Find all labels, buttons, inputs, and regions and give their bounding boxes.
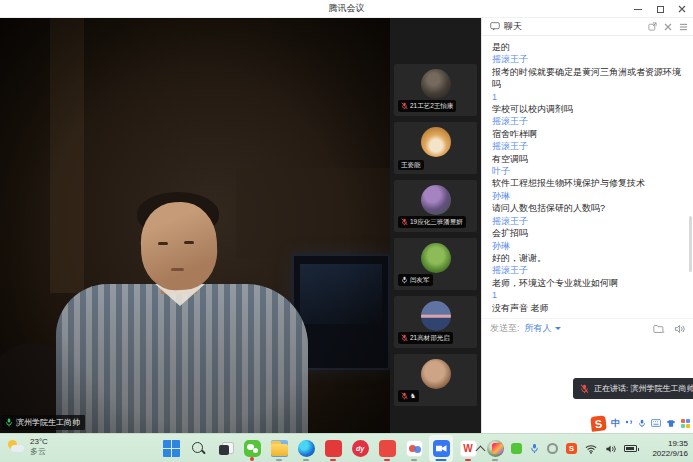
system-tray: S — [477, 434, 637, 462]
chat-sender: 1 — [492, 91, 683, 103]
participant-name: 王姿能 — [401, 162, 421, 169]
chat-sender: 摇滚王子 — [492, 115, 683, 127]
tray-wechat-icon[interactable] — [511, 443, 522, 454]
taskbar-app-wechat[interactable] — [240, 435, 264, 462]
app-icon — [244, 440, 261, 457]
chat-text: 会扩招吗 — [492, 227, 683, 239]
chat-sender: 孙琳 — [492, 190, 683, 202]
tray-expand-icon[interactable] — [477, 445, 484, 452]
weather-condition: 多云 — [30, 447, 48, 457]
participant-tile[interactable]: ♞ — [394, 354, 477, 406]
taskbar-app-meeting[interactable] — [429, 435, 453, 462]
participant-avatar — [421, 243, 451, 273]
main-speaker-label: 滨州学院生工尚帅 — [2, 415, 85, 430]
speaking-toast-text: 正在讲话: 滨州学院生工尚帅 — [594, 383, 693, 394]
mic-muted-icon — [401, 334, 408, 342]
chat-sender: 摇滚王子 — [492, 140, 683, 152]
participant-avatar — [421, 185, 451, 215]
taskbar: 23°C 多云 — [0, 433, 693, 462]
chat-scrollbar[interactable] — [689, 216, 692, 272]
taskbar-clock[interactable]: 19:35 2022/9/16 — [652, 439, 688, 458]
popout-icon[interactable] — [648, 22, 657, 31]
battery-icon[interactable] — [624, 445, 637, 452]
chat-message: 孙琳 请问人数包括保研的人数吗? — [492, 190, 683, 215]
participant-strip[interactable]: 21工艺2王怡康 王姿能 — [390, 18, 481, 433]
taskbar-weather-widget[interactable]: 23°C 多云 — [7, 437, 48, 457]
participant-avatar — [421, 359, 451, 389]
ime-toolbar[interactable]: S 中 — [591, 414, 690, 432]
participant-tile[interactable]: 王姿能 — [394, 122, 477, 174]
participant-tile[interactable]: 21工艺2王怡康 — [394, 64, 477, 116]
chat-message: 1 没有声音 老师 — [492, 289, 683, 314]
main-video-tile[interactable]: 滨州学院生工尚帅 — [0, 18, 390, 433]
chat-text: 老师，环境这个专业就业如何啊 — [492, 277, 683, 289]
app-icon — [406, 440, 423, 457]
chat-send-bar: 发送至: 所有人 — [482, 318, 693, 338]
window-titlebar[interactable]: 腾讯会议 — [0, 0, 693, 18]
ime-keyboard-icon[interactable] — [651, 419, 661, 427]
ime-voice-icon[interactable] — [638, 419, 646, 428]
wifi-icon[interactable] — [585, 444, 597, 454]
chat-text: 好的，谢谢。 — [492, 252, 683, 264]
mic-muted-icon — [401, 102, 408, 110]
chat-message: 1 学校可以校内调剂吗 — [492, 91, 683, 116]
chat-sender: 孙琳 — [492, 240, 683, 252]
chat-text: 宿舍咋样啊 — [492, 128, 683, 140]
chat-message-list[interactable]: 是的 摇滚王子 报考的时候就要确定是黄河三角洲或者资源环境吗 1 学校可以校内调… — [482, 37, 693, 318]
taskbar-app-explorer[interactable] — [267, 435, 291, 462]
sogou-logo-icon[interactable]: S — [590, 415, 606, 431]
send-to-label: 发送至: — [490, 322, 520, 335]
tray-mic-icon[interactable] — [530, 443, 539, 454]
taskbar-app-circles[interactable] — [402, 435, 426, 462]
main-video-feed — [0, 18, 390, 433]
chat-sender: 摇滚王子 — [492, 53, 683, 65]
mic-on-icon — [401, 276, 408, 284]
taskbar-app-taskview[interactable] — [213, 435, 237, 462]
participant-label: 王姿能 — [398, 160, 424, 171]
chat-message: 孙琳 好的，谢谢。 — [492, 240, 683, 265]
speaking-toast: 正在讲话: 滨州学院生工尚帅 — [573, 378, 693, 399]
chat-text: 是的 — [492, 41, 683, 53]
chat-text: 学校可以校内调剂吗 — [492, 103, 683, 115]
taskbar-app-icons: dy — [159, 434, 507, 462]
ime-language-toggle[interactable]: 中 — [611, 417, 620, 430]
taskbar-app-redapp[interactable] — [375, 435, 399, 462]
app-icon: dy — [352, 440, 369, 457]
send-to-selector[interactable]: 所有人 — [525, 322, 552, 335]
app-icon — [271, 440, 288, 457]
participant-avatar — [421, 127, 451, 157]
volume-icon[interactable] — [605, 444, 616, 454]
taskbar-app-start[interactable] — [159, 435, 183, 462]
participant-label: 21工艺2王怡康 — [398, 100, 456, 112]
screenshot-folder-icon[interactable] — [653, 324, 665, 334]
chat-sender: 摇滚王子 — [492, 215, 683, 227]
maximize-button[interactable] — [649, 0, 671, 18]
app-icon — [379, 440, 396, 457]
main-speaker-name: 滨州学院生工尚帅 — [16, 417, 80, 428]
weather-temp: 23°C — [30, 437, 48, 447]
participant-tile[interactable]: 19应化三班潘昱妍 — [394, 180, 477, 232]
menu-icon[interactable] — [679, 23, 688, 31]
taskbar-app-edge[interactable] — [294, 435, 318, 462]
ime-toolbox-icon[interactable] — [681, 419, 690, 428]
tray-sogou-icon[interactable]: S — [566, 443, 577, 454]
taskbar-app-huawei[interactable] — [321, 435, 345, 462]
taskbar-app-douyin[interactable]: dy — [348, 435, 372, 462]
tray-meeting-icon[interactable] — [492, 443, 503, 454]
minimize-button[interactable] — [627, 0, 649, 18]
taskbar-app-search[interactable] — [186, 435, 210, 462]
tray-settings-icon[interactable] — [547, 443, 558, 454]
participant-tile[interactable]: 21高材邵光启 — [394, 296, 477, 348]
message-sound-icon[interactable] — [674, 324, 685, 334]
ime-skin-icon[interactable] — [666, 419, 676, 428]
chat-close-icon[interactable] — [664, 23, 672, 31]
chat-message: 摇滚王子 报考的时候就要确定是黄河三角洲或者资源环境吗 — [492, 53, 683, 90]
close-button[interactable] — [671, 0, 693, 18]
chat-message: 摇滚王子 会扩招吗 — [492, 215, 683, 240]
chat-text: 有空调吗 — [492, 153, 683, 165]
ime-punctuation-icon[interactable] — [625, 419, 633, 427]
participant-label: ♞ — [398, 390, 419, 402]
mic-muted-icon — [401, 392, 408, 400]
participant-tile[interactable]: 闫友军 — [394, 238, 477, 290]
app-icon — [325, 440, 342, 457]
